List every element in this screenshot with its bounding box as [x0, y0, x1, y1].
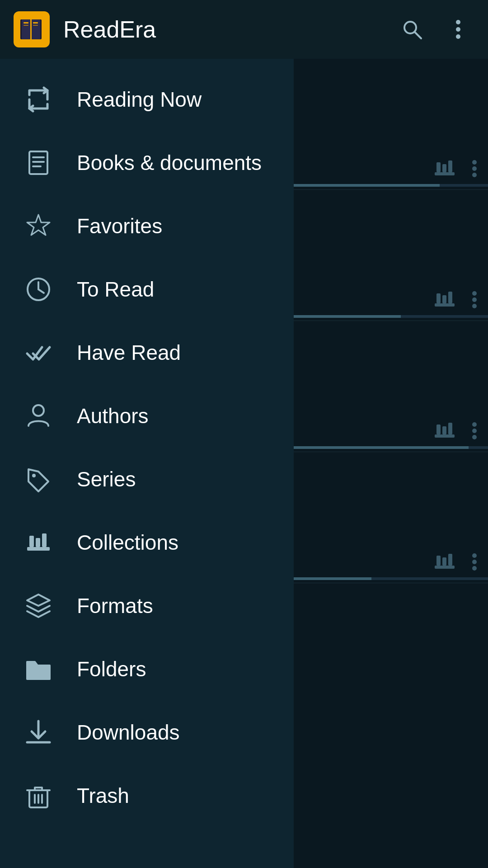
svg-point-22	[32, 474, 36, 477]
svg-point-53	[472, 422, 477, 427]
sidebar-item-reading-now-label: Reading Now	[77, 87, 202, 112]
book-shelf-icon	[433, 157, 456, 180]
app-header: ReadEra	[0, 0, 488, 59]
svg-point-48	[472, 304, 477, 308]
tag-icon	[23, 463, 54, 495]
svg-rect-49	[435, 434, 455, 438]
sidebar-item-books-documents[interactable]: Books & documents	[0, 131, 294, 194]
book-item-actions	[433, 157, 483, 180]
clock-icon	[23, 274, 54, 305]
svg-marker-17	[27, 215, 50, 235]
svg-rect-56	[435, 566, 455, 569]
svg-point-55	[472, 435, 477, 439]
sidebar-item-favorites-label: Favorites	[77, 214, 162, 238]
svg-point-47	[472, 297, 477, 302]
search-button[interactable]	[396, 13, 428, 46]
sidebar-item-have-read-label: Have Read	[77, 340, 181, 365]
svg-rect-26	[42, 533, 47, 547]
sidebar-item-downloads-label: Downloads	[77, 720, 180, 745]
sidebar-item-formats-label: Formats	[77, 594, 153, 618]
svg-rect-42	[435, 303, 455, 307]
svg-rect-23	[27, 547, 50, 551]
drawer-overlay: Reading Now Books & documents Favorit	[0, 59, 488, 868]
sidebar-item-trash-label: Trash	[77, 783, 129, 808]
more-options-button[interactable]	[442, 13, 474, 46]
person-icon	[23, 400, 54, 432]
svg-rect-45	[448, 292, 452, 303]
svg-rect-37	[442, 164, 446, 172]
book-list-item	[294, 190, 488, 321]
sidebar-item-trash[interactable]: Trash	[0, 764, 294, 827]
svg-rect-44	[442, 295, 446, 303]
svg-point-61	[472, 560, 477, 564]
double-check-icon	[23, 337, 54, 368]
sidebar-item-reading-now[interactable]: Reading Now	[0, 68, 294, 131]
more-options-icon[interactable]	[465, 550, 483, 574]
sidebar-item-authors[interactable]: Authors	[0, 384, 294, 448]
download-icon	[23, 717, 54, 748]
sidebar-item-to-read-label: To Read	[77, 277, 154, 302]
svg-line-20	[38, 289, 44, 293]
bookshelf-icon	[23, 527, 54, 558]
svg-point-54	[472, 429, 477, 433]
sidebar-item-series-label: Series	[77, 467, 136, 491]
svg-rect-35	[435, 172, 455, 175]
svg-rect-25	[36, 538, 40, 547]
svg-point-11	[456, 27, 460, 32]
svg-rect-59	[448, 554, 452, 566]
svg-point-62	[472, 566, 477, 571]
book-shelf-icon	[433, 550, 456, 574]
svg-point-46	[472, 291, 477, 296]
sidebar-item-downloads[interactable]: Downloads	[0, 701, 294, 764]
svg-rect-36	[436, 162, 441, 172]
repeat-icon	[23, 84, 54, 115]
svg-point-40	[472, 166, 477, 171]
more-options-icon[interactable]	[465, 157, 483, 180]
svg-rect-5	[23, 25, 28, 26]
sidebar-item-authors-label: Authors	[77, 404, 149, 428]
svg-rect-51	[442, 426, 446, 434]
svg-rect-50	[436, 425, 441, 434]
svg-rect-7	[33, 25, 38, 26]
book-item-actions	[433, 550, 483, 574]
svg-point-39	[472, 160, 477, 165]
svg-marker-27	[27, 594, 50, 606]
sidebar-item-have-read[interactable]: Have Read	[0, 321, 294, 384]
book-list-item	[294, 59, 488, 190]
svg-point-60	[472, 553, 477, 558]
more-options-icon[interactable]	[465, 288, 483, 311]
sidebar-item-folders[interactable]: Folders	[0, 637, 294, 701]
svg-rect-4	[23, 22, 28, 24]
header-actions	[396, 13, 474, 46]
svg-rect-24	[29, 536, 34, 547]
svg-line-9	[415, 32, 421, 38]
book-item-actions	[433, 288, 483, 311]
svg-point-41	[472, 173, 477, 177]
search-icon	[400, 18, 424, 41]
star-icon	[23, 210, 54, 242]
book-item-actions	[433, 419, 483, 443]
sidebar-item-to-read[interactable]: To Read	[0, 258, 294, 321]
svg-rect-43	[436, 293, 441, 303]
svg-rect-6	[33, 22, 38, 24]
book-list-item	[294, 452, 488, 583]
more-options-icon[interactable]	[465, 419, 483, 443]
svg-rect-57	[436, 556, 441, 566]
svg-rect-52	[448, 423, 452, 434]
sidebar-item-series[interactable]: Series	[0, 448, 294, 511]
document-icon	[23, 147, 54, 179]
book-shelf-icon	[433, 419, 456, 443]
book-list-item	[294, 321, 488, 452]
sidebar-item-favorites[interactable]: Favorites	[0, 194, 294, 258]
layers-icon	[23, 590, 54, 622]
sidebar-item-collections[interactable]: Collections	[0, 511, 294, 574]
sidebar-item-formats[interactable]: Formats	[0, 574, 294, 637]
folder-icon	[23, 653, 54, 685]
sidebar-item-collections-label: Collections	[77, 530, 178, 555]
trash-icon	[23, 780, 54, 811]
sidebar-item-folders-label: Folders	[77, 657, 146, 681]
book-shelf-icon	[433, 288, 456, 311]
app-logo	[14, 11, 50, 47]
svg-rect-58	[442, 557, 446, 566]
svg-point-21	[33, 405, 44, 416]
